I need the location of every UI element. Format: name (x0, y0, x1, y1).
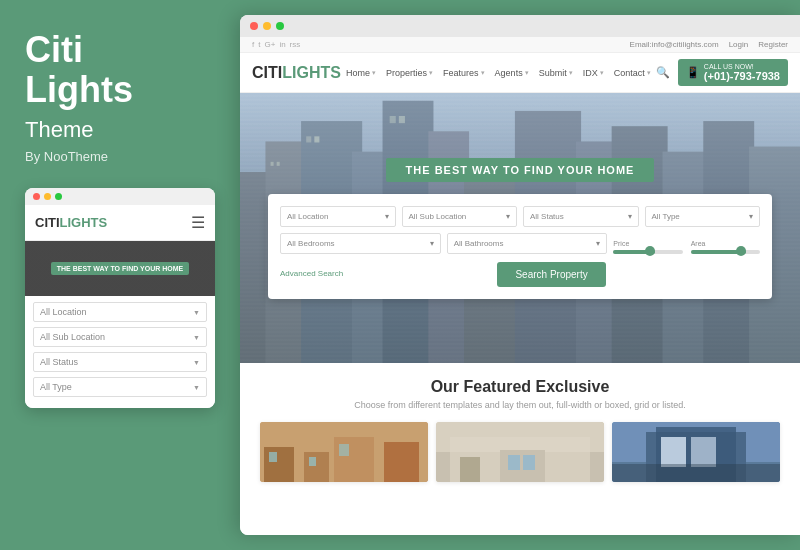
chevron-down-icon: ▾ (749, 212, 753, 221)
property-image-2 (436, 422, 604, 482)
browser-dot-green[interactable] (276, 22, 284, 30)
browser-dot-red[interactable] (250, 22, 258, 30)
email-link[interactable]: Email:info@citilights.com (630, 40, 719, 49)
chevron-down-icon: ▾ (569, 69, 573, 77)
bedrooms-select[interactable]: All Bedrooms ▾ (280, 233, 441, 254)
property-card-2[interactable] (436, 422, 604, 482)
browser-content: f t G+ in rss Email:info@citilights.com … (240, 37, 800, 535)
linkedin-icon[interactable]: in (279, 40, 285, 49)
mobile-dot-red (33, 193, 40, 200)
svg-rect-40 (612, 464, 780, 482)
brand-subtitle: Theme (25, 117, 215, 143)
site-hero: THE BEST WAY TO FIND YOUR HOME All Locat… (240, 93, 800, 363)
svg-rect-16 (314, 136, 319, 142)
site-navbar: CITILIGHTS Home ▾ Properties ▾ Features … (240, 53, 800, 93)
svg-rect-15 (306, 136, 311, 142)
area-slider-group: Area (691, 240, 760, 254)
topbar-right: Email:info@citilights.com Login Register (630, 40, 788, 49)
logo-highlight: LIGHTS (282, 64, 341, 81)
price-slider-group: Price (613, 240, 682, 254)
status-select[interactable]: All Status ▾ (523, 206, 639, 227)
chevron-down-icon: ▾ (647, 69, 651, 77)
nav-properties[interactable]: Properties ▾ (386, 68, 433, 78)
login-link[interactable]: Login (729, 40, 749, 49)
chevron-down-icon: ▾ (525, 69, 529, 77)
chevron-down-icon: ▾ (506, 212, 510, 221)
mobile-navbar: CITILIGHTS ☰ (25, 205, 215, 241)
search-row-1: All Location ▾ All Sub Location ▾ All St… (280, 206, 760, 227)
site-topbar: f t G+ in rss Email:info@citilights.com … (240, 37, 800, 53)
mobile-dot-yellow (44, 193, 51, 200)
search-row-2: All Bedrooms ▾ All Bathrooms ▾ Price (280, 233, 760, 254)
navbar-right: 🔍 📱 CALL US NOW! (+01)-793-7938 (656, 59, 788, 86)
svg-rect-23 (384, 442, 419, 482)
chevron-down-icon: ▼ (193, 359, 200, 366)
bathrooms-select[interactable]: All Bathrooms ▾ (447, 233, 608, 254)
svg-rect-22 (334, 437, 374, 482)
chevron-down-icon: ▼ (193, 309, 200, 316)
chevron-down-icon: ▾ (429, 69, 433, 77)
nav-home[interactable]: Home ▾ (346, 68, 376, 78)
twitter-icon[interactable]: t (258, 40, 260, 49)
property-card-1[interactable] (260, 422, 428, 482)
mobile-search-form: All Location ▼ All Sub Location ▼ All St… (25, 296, 215, 408)
svg-rect-20 (264, 447, 294, 482)
property-image-3 (612, 422, 780, 482)
mobile-hero-text: THE BEST WAY TO FIND YOUR HOME (51, 262, 190, 275)
mobile-dot-green (55, 193, 62, 200)
hero-title: THE BEST WAY TO FIND YOUR HOME (386, 158, 655, 182)
advanced-search-link[interactable]: Advanced Search (280, 269, 343, 278)
chevron-down-icon: ▾ (372, 69, 376, 77)
svg-rect-30 (460, 457, 480, 482)
mobile-status-select[interactable]: All Status ▼ (33, 352, 207, 372)
featured-subtitle: Choose from different templates and lay … (260, 400, 780, 410)
googleplus-icon[interactable]: G+ (264, 40, 275, 49)
search-property-button[interactable]: Search Property (497, 262, 605, 287)
featured-title: Our Featured Exclusive (260, 378, 780, 396)
mobile-type-select[interactable]: All Type ▼ (33, 377, 207, 397)
nav-features[interactable]: Features ▾ (443, 68, 485, 78)
call-info: CALL US NOW! (+01)-793-7938 (704, 63, 780, 82)
mobile-mockup: CITILIGHTS ☰ THE BEST WAY TO FIND YOUR H… (25, 188, 215, 408)
property-card-3[interactable] (612, 422, 780, 482)
browser-chrome (240, 15, 800, 37)
svg-rect-32 (508, 455, 520, 470)
area-label: Area (691, 240, 760, 247)
property-grid (260, 422, 780, 482)
svg-rect-31 (500, 450, 545, 482)
nav-contact[interactable]: Contact ▾ (614, 68, 651, 78)
browser-dot-yellow[interactable] (263, 22, 271, 30)
site-logo: CITILIGHTS (252, 64, 341, 82)
svg-rect-39 (691, 437, 716, 467)
location-select[interactable]: All Location ▾ (280, 206, 396, 227)
nav-idx[interactable]: IDX ▾ (583, 68, 604, 78)
area-slider-thumb[interactable] (736, 246, 746, 256)
svg-rect-21 (304, 452, 329, 482)
chevron-down-icon: ▾ (596, 239, 600, 248)
search-icon[interactable]: 🔍 (656, 66, 670, 79)
rss-icon[interactable]: rss (290, 40, 301, 49)
hero-content: THE BEST WAY TO FIND YOUR HOME All Locat… (268, 158, 772, 299)
social-links: f t G+ in rss (252, 40, 300, 49)
type-select[interactable]: All Type ▾ (645, 206, 761, 227)
nav-agents[interactable]: Agents ▾ (495, 68, 529, 78)
brand-title: Citi Lights (25, 30, 215, 109)
facebook-icon[interactable]: f (252, 40, 254, 49)
site-navigation: Home ▾ Properties ▾ Features ▾ Agents ▾ … (346, 68, 651, 78)
area-slider-track[interactable] (691, 250, 760, 254)
nav-submit[interactable]: Submit ▾ (539, 68, 573, 78)
sublocation-select[interactable]: All Sub Location ▾ (402, 206, 518, 227)
brand-by: By NooTheme (25, 149, 215, 164)
search-box: All Location ▾ All Sub Location ▾ All St… (268, 194, 772, 299)
mobile-sublocation-select[interactable]: All Sub Location ▼ (33, 327, 207, 347)
price-slider-track[interactable] (613, 250, 682, 254)
property-image-1 (260, 422, 428, 482)
mobile-location-select[interactable]: All Location ▼ (33, 302, 207, 322)
price-slider-thumb[interactable] (645, 246, 655, 256)
svg-rect-26 (339, 444, 349, 456)
chevron-down-icon: ▼ (193, 334, 200, 341)
mobile-menu-icon[interactable]: ☰ (191, 213, 205, 232)
register-link[interactable]: Register (758, 40, 788, 49)
svg-rect-24 (269, 452, 277, 462)
call-box: 📱 CALL US NOW! (+01)-793-7938 (678, 59, 788, 86)
